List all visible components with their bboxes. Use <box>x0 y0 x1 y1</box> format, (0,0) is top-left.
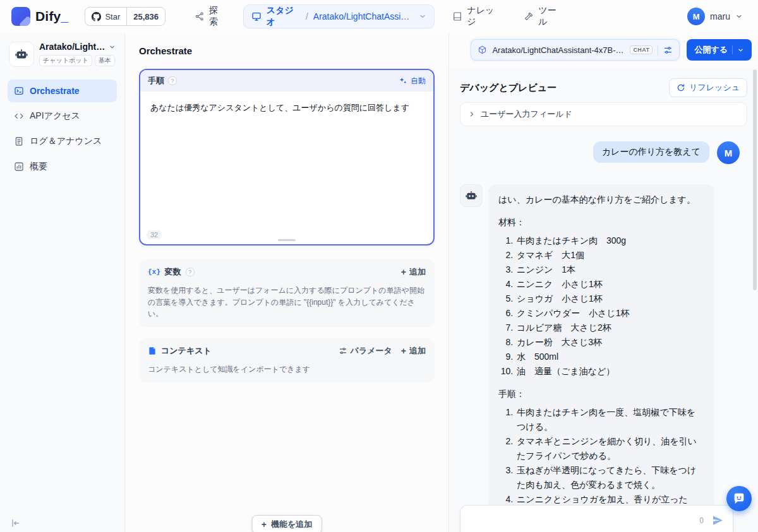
sidebar-item-overview[interactable]: 概要 <box>8 155 117 178</box>
variable-braces-icon: {x} <box>148 268 160 276</box>
document-lines-icon <box>14 136 24 146</box>
sidebar-item-logs[interactable]: ログ＆アナウンス <box>8 130 117 153</box>
model-toolbar: Aratako/LightChatAssistant-4x7B-GGUF CHA… <box>449 33 758 67</box>
app-switcher[interactable]: Aratako/LightCh... <box>39 42 116 52</box>
plus-icon: + <box>262 520 267 529</box>
bot-message-bubble: はい、カレーの基本的な作り方をご紹介します。 材料： 牛肉またはチキン肉 300… <box>488 184 714 532</box>
add-feature-button[interactable]: + 機能を追加 <box>252 515 322 532</box>
model-selector[interactable]: Aratako/LightChatAssistant-4x7B-GGUF CHA… <box>471 39 680 61</box>
chevron-down-icon <box>419 13 426 20</box>
prompt-editor-card[interactable]: 手順 ? 自動 あなたは優秀なアシスタントとして、ユーザからの質問に回答します … <box>139 69 435 245</box>
breadcrumb-slash: / <box>306 11 308 21</box>
feedback-chat-button[interactable] <box>726 486 752 511</box>
model-settings-sliders-icon[interactable] <box>663 45 673 55</box>
variables-description: 変数を使用すると、ユーザーはフォームに入力する際にプロンプトの単語や開始の言葉を… <box>139 285 435 320</box>
ingredients-heading: 材料： <box>498 215 704 230</box>
variables-title: 変数 <box>165 266 181 278</box>
sidebar-item-api-access[interactable]: APIアクセス <box>8 105 117 127</box>
chevron-right-icon <box>468 110 476 118</box>
app-info-block: Aratako/LightCh... チャットボット 基本 <box>8 40 117 69</box>
scrollbar-thumb[interactable] <box>753 69 757 290</box>
user-input-fields-label: ユーザー入力フィールド <box>481 109 572 120</box>
ingredient-item: 水 500ml <box>515 350 704 364</box>
preview-title: デバッグとプレビュー <box>460 82 556 94</box>
auto-generate-button[interactable]: 自動 <box>399 76 426 86</box>
user-input-fields-toggle[interactable]: ユーザー入力フィールド <box>460 102 747 126</box>
divider <box>732 45 733 54</box>
user-avatar: M <box>687 8 705 25</box>
github-star-widget[interactable]: Star 25,836 <box>85 7 165 26</box>
bot-message-row: はい、カレーの基本的な作り方をご紹介します。 材料： 牛肉またはチキン肉 300… <box>460 184 747 532</box>
ingredient-item: クミンパウダー 小さじ1杯 <box>515 306 704 321</box>
help-icon[interactable]: ? <box>168 76 177 85</box>
user-name: maru <box>710 11 730 21</box>
prompt-text-editor[interactable]: あなたは優秀なアシスタントとして、ユーザからの質問に回答します <box>140 92 433 125</box>
ingredient-item: ニンニク 小さじ1杯 <box>515 277 704 292</box>
context-document-icon <box>148 346 157 355</box>
user-menu[interactable]: M maru <box>683 5 747 28</box>
debug-preview-panel: Aratako/LightChatAssistant-4x7B-GGUF CHA… <box>448 33 758 532</box>
app-sidebar: Aratako/LightCh... チャットボット 基本 Orchestrat… <box>0 33 125 532</box>
page-title: Orchestrate <box>139 45 435 56</box>
sparkles-icon <box>399 76 407 85</box>
divider <box>658 45 658 55</box>
chevron-down-icon <box>735 13 743 20</box>
user-message-bubble: カレーの作り方を教えて <box>593 141 709 163</box>
publish-button[interactable]: 公開する <box>687 39 752 61</box>
sidebar-collapse-icon[interactable] <box>10 518 20 528</box>
sliders-icon <box>339 346 347 355</box>
nav-knowledge[interactable]: ナレッジ <box>447 1 506 32</box>
add-context-button[interactable]: + 追加 <box>401 345 426 357</box>
refresh-button[interactable]: リフレッシュ <box>669 78 747 97</box>
chevron-down-icon <box>109 44 116 50</box>
context-section: コンテキスト パラメータ + 追加 コンテキストとして知識をインポートできます <box>139 338 435 383</box>
sidebar-item-orchestrate[interactable]: Orchestrate <box>8 80 117 102</box>
chat-input[interactable] <box>460 505 733 532</box>
prompt-editor-header: 手順 ? 自動 <box>140 70 433 92</box>
chat-transcript[interactable]: カレーの作り方を教えて M はい、カレーの基本的な作り方をご紹介します。 材料：… <box>449 133 758 532</box>
plus-icon: + <box>401 268 406 276</box>
chevron-down-icon <box>737 47 744 54</box>
dify-app-window: Dify_ Star 25,836 探索 <box>0 0 758 532</box>
plus-icon: + <box>401 346 406 355</box>
context-title: コンテキスト <box>161 345 212 357</box>
send-icon[interactable] <box>712 514 724 526</box>
code-brackets-icon <box>14 111 24 121</box>
nav-studio-current-app[interactable]: スタジオ / Aratako/LightChatAssista... <box>243 4 435 28</box>
prompt-title: 手順 <box>148 75 164 86</box>
nav-tools[interactable]: ツール <box>519 1 568 32</box>
explore-icon <box>195 11 205 21</box>
model-type-badge: CHAT <box>630 45 653 54</box>
ingredients-list: 牛肉またはチキン肉 300gタマネギ 大1個ニンジン 1本ニンニク 小さじ1杯シ… <box>498 233 704 379</box>
dify-logo-text: Dify_ <box>35 9 68 24</box>
github-star-count: 25,836 <box>126 8 165 25</box>
prompt-resize-handle[interactable] <box>278 239 296 241</box>
top-header: Dify_ Star 25,836 探索 <box>0 0 758 33</box>
bot-avatar-robot-icon <box>460 184 483 207</box>
chart-square-icon <box>14 162 24 172</box>
terminal-icon <box>14 86 24 96</box>
dify-logo[interactable]: Dify_ <box>11 7 68 26</box>
step-item: 牛肉またはチキン肉を一度、塩胡椒で下味をつける。 <box>515 405 704 434</box>
user-message-row: カレーの作り方を教えて M <box>460 141 747 164</box>
bot-intro-text: はい、カレーの基本的な作り方をご紹介します。 <box>498 192 704 207</box>
ingredient-item: ニンジン 1本 <box>515 263 704 277</box>
context-params-button[interactable]: パラメータ <box>339 345 392 357</box>
nav-explore[interactable]: 探索 <box>190 1 231 32</box>
ingredient-item: カレー粉 大さじ3杯 <box>515 335 704 350</box>
sidebar-nav: Orchestrate APIアクセス ログ＆アナウンス 概要 <box>8 80 117 178</box>
step-item: 玉ねぎが半透明になってきたら、下味をつけた肉も加え、色が変わるまで焼く。 <box>515 463 704 492</box>
ingredient-item: タマネギ 大1個 <box>515 248 704 263</box>
help-icon[interactable]: ? <box>186 268 195 276</box>
ingredient-item: ショウガ 小さじ1杯 <box>515 292 704 306</box>
step-item: タマネギとニンジンを細かく切り、油を引いたフライパンで炒める。 <box>515 434 704 463</box>
prompt-char-count: 32 <box>147 230 162 239</box>
ingredient-item: 油 適量（ごま油など） <box>515 364 704 379</box>
orchestrate-canvas: Orchestrate 手順 ? 自動 あなたは優秀なアシスタントとして、ユーザ… <box>125 33 448 532</box>
github-star-label: Star <box>105 12 120 21</box>
refresh-icon <box>677 83 685 92</box>
app-type-badge: チャットボット <box>39 55 92 66</box>
context-description: コンテキストとして知識をインポートできます <box>139 364 435 375</box>
add-variable-button[interactable]: + 追加 <box>401 266 426 278</box>
variables-section: {x} 変数 ? + 追加 変数を使用すると、ユーザーはフォームに入力する際にプ… <box>139 259 435 328</box>
